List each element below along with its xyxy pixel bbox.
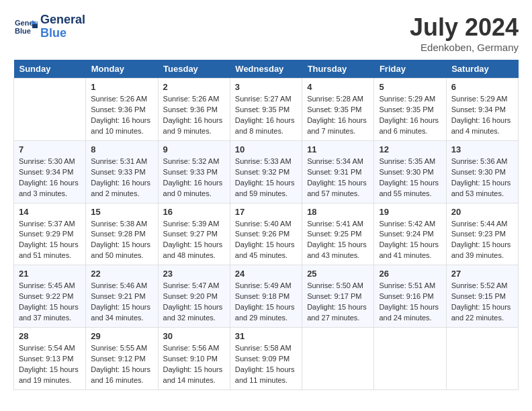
day-number: 9 — [163, 144, 225, 154]
calendar-cell: 26Sunrise: 5:51 AMSunset: 9:16 PMDayligh… — [374, 265, 446, 328]
cell-line: and 59 minutes. — [235, 189, 287, 197]
cell-line: Sunset: 9:13 PM — [19, 355, 73, 363]
cell-line: and 7 minutes. — [307, 127, 355, 135]
cell-line: Sunset: 9:20 PM — [163, 292, 218, 300]
cell-line: Daylight: 15 hours — [19, 303, 79, 311]
cell-line: Sunrise: 5:29 AM — [451, 95, 508, 103]
calendar-cell: 12Sunrise: 5:35 AMSunset: 9:30 PMDayligh… — [374, 140, 446, 203]
calendar-cell: 22Sunrise: 5:46 AMSunset: 9:21 PMDayligh… — [86, 265, 158, 328]
cell-data: Sunrise: 5:55 AMSunset: 9:12 PMDaylight:… — [91, 343, 152, 386]
calendar-cell: 18Sunrise: 5:41 AMSunset: 9:25 PMDayligh… — [302, 203, 374, 265]
day-number: 23 — [163, 269, 225, 279]
cell-line: Daylight: 16 hours — [91, 116, 150, 124]
calendar-cell: 3Sunrise: 5:27 AMSunset: 9:35 PMDaylight… — [230, 79, 302, 141]
cell-line: Sunrise: 5:31 AM — [91, 157, 147, 165]
calendar-week-4: 21Sunrise: 5:45 AMSunset: 9:22 PMDayligh… — [14, 265, 519, 328]
calendar-cell: 4Sunrise: 5:28 AMSunset: 9:35 PMDaylight… — [302, 79, 374, 141]
column-header-saturday: Saturday — [446, 60, 518, 79]
cell-line: Daylight: 16 hours — [451, 116, 511, 124]
cell-line: Sunset: 9:33 PM — [163, 168, 218, 176]
cell-data: Sunrise: 5:52 AMSunset: 9:15 PMDaylight:… — [451, 281, 513, 324]
calendar-week-2: 7Sunrise: 5:30 AMSunset: 9:34 PMDaylight… — [14, 140, 519, 203]
cell-data: Sunrise: 5:26 AMSunset: 9:36 PMDaylight:… — [91, 94, 152, 137]
day-number: 8 — [91, 144, 152, 154]
cell-line: Sunset: 9:36 PM — [163, 105, 218, 113]
cell-line: and 24 minutes. — [379, 314, 431, 322]
svg-marker-4 — [32, 24, 38, 28]
calendar-cell: 9Sunrise: 5:32 AMSunset: 9:33 PMDaylight… — [158, 140, 230, 203]
cell-line: and 48 minutes. — [163, 251, 216, 259]
cell-line: Sunrise: 5:52 AM — [451, 281, 508, 289]
cell-line: Daylight: 15 hours — [163, 303, 223, 311]
cell-data: Sunrise: 5:26 AMSunset: 9:36 PMDaylight:… — [163, 94, 225, 137]
day-number: 27 — [451, 269, 513, 279]
column-header-thursday: Thursday — [302, 60, 374, 79]
header-row: SundayMondayTuesdayWednesdayThursdayFrid… — [14, 60, 519, 79]
cell-line: and 19 minutes. — [19, 376, 71, 384]
cell-data: Sunrise: 5:58 AMSunset: 9:09 PMDaylight:… — [235, 343, 297, 386]
cell-line: Sunset: 9:15 PM — [451, 292, 506, 300]
calendar-cell — [14, 79, 86, 141]
cell-line: Sunrise: 5:54 AM — [19, 344, 75, 352]
cell-line: Sunset: 9:25 PM — [307, 230, 361, 238]
calendar-cell: 31Sunrise: 5:58 AMSunset: 9:09 PMDayligh… — [230, 328, 302, 390]
cell-line: Sunset: 9:34 PM — [19, 168, 73, 176]
cell-data: Sunrise: 5:36 AMSunset: 9:30 PMDaylight:… — [451, 156, 513, 199]
day-number: 30 — [163, 331, 225, 341]
day-number: 4 — [307, 82, 369, 92]
cell-line: Sunset: 9:34 PM — [451, 105, 506, 113]
cell-line: Sunset: 9:16 PM — [379, 292, 433, 300]
cell-line: Daylight: 16 hours — [235, 116, 295, 124]
day-number: 31 — [235, 331, 297, 341]
day-number: 10 — [235, 144, 297, 154]
cell-line: Daylight: 15 hours — [451, 179, 511, 187]
day-number: 26 — [379, 269, 441, 279]
cell-line: Sunrise: 5:47 AM — [163, 281, 220, 289]
cell-line: Daylight: 15 hours — [163, 365, 223, 373]
day-number: 17 — [235, 207, 297, 217]
calendar-cell — [446, 328, 518, 390]
calendar-cell: 20Sunrise: 5:44 AMSunset: 9:23 PMDayligh… — [446, 203, 518, 265]
cell-line: Sunset: 9:18 PM — [235, 292, 290, 300]
cell-data: Sunrise: 5:32 AMSunset: 9:33 PMDaylight:… — [163, 156, 225, 199]
cell-line: and 11 minutes. — [235, 376, 287, 384]
cell-line: Sunrise: 5:27 AM — [235, 95, 292, 103]
column-header-wednesday: Wednesday — [230, 60, 302, 79]
calendar-cell: 25Sunrise: 5:50 AMSunset: 9:17 PMDayligh… — [302, 265, 374, 328]
cell-line: Sunrise: 5:37 AM — [19, 220, 75, 228]
day-number: 18 — [307, 207, 369, 217]
calendar-cell: 5Sunrise: 5:29 AMSunset: 9:35 PMDaylight… — [374, 79, 446, 141]
cell-line: Daylight: 16 hours — [307, 116, 367, 124]
cell-line: Sunrise: 5:40 AM — [235, 220, 292, 228]
cell-data: Sunrise: 5:42 AMSunset: 9:24 PMDaylight:… — [379, 219, 441, 262]
cell-line: Sunset: 9:28 PM — [91, 230, 145, 238]
day-number: 2 — [163, 82, 225, 92]
cell-line: Sunrise: 5:29 AM — [379, 95, 435, 103]
cell-line: and 45 minutes. — [235, 251, 287, 259]
cell-line: and 41 minutes. — [379, 251, 431, 259]
cell-line: Sunset: 9:35 PM — [307, 105, 361, 113]
cell-data: Sunrise: 5:46 AMSunset: 9:21 PMDaylight:… — [91, 281, 152, 324]
calendar-cell: 27Sunrise: 5:52 AMSunset: 9:15 PMDayligh… — [446, 265, 518, 328]
cell-line: Sunset: 9:21 PM — [91, 292, 145, 300]
cell-line: Sunset: 9:31 PM — [307, 168, 361, 176]
cell-line: Sunset: 9:32 PM — [235, 168, 290, 176]
day-number: 29 — [91, 331, 152, 341]
cell-data: Sunrise: 5:54 AMSunset: 9:13 PMDaylight:… — [19, 343, 81, 386]
cell-data: Sunrise: 5:27 AMSunset: 9:35 PMDaylight:… — [235, 94, 297, 137]
month-title: July 2024 — [410, 13, 519, 42]
cell-line: and 43 minutes. — [307, 251, 359, 259]
day-number: 25 — [307, 269, 369, 279]
calendar-cell: 1Sunrise: 5:26 AMSunset: 9:36 PMDaylight… — [86, 79, 158, 141]
cell-line: Daylight: 15 hours — [307, 240, 367, 248]
calendar-cell: 15Sunrise: 5:38 AMSunset: 9:28 PMDayligh… — [86, 203, 158, 265]
day-number: 7 — [19, 144, 81, 154]
cell-line: and 39 minutes. — [451, 251, 504, 259]
calendar-cell: 16Sunrise: 5:39 AMSunset: 9:27 PMDayligh… — [158, 203, 230, 265]
cell-line: Sunrise: 5:50 AM — [307, 281, 363, 289]
cell-line: Sunset: 9:09 PM — [235, 355, 290, 363]
cell-line: Sunrise: 5:36 AM — [451, 157, 508, 165]
cell-line: Daylight: 15 hours — [235, 240, 295, 248]
cell-line: Sunrise: 5:32 AM — [163, 157, 220, 165]
day-number: 21 — [19, 269, 81, 279]
